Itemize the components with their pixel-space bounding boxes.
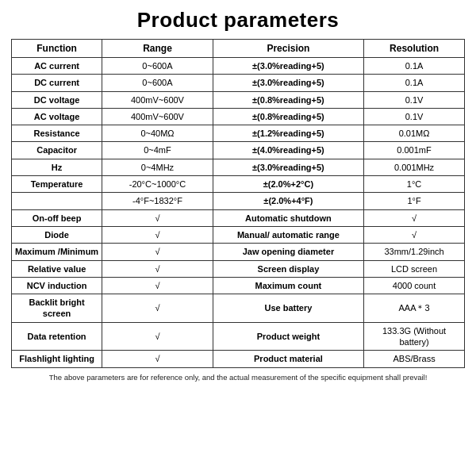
cell-range: √ (102, 351, 213, 367)
page-title: Product parameters (137, 8, 340, 33)
table-row: Flashlight lighting√Product materialABS/… (12, 351, 465, 367)
parameters-table: Function Range Precision Resolution AC c… (11, 39, 465, 368)
cell-function: On-off beep (12, 209, 102, 226)
cell-range: √ (102, 294, 213, 323)
cell-precision: ±(0.8%reading+5) (213, 108, 363, 125)
cell-range: √ (102, 260, 213, 277)
cell-precision: Automatic shutdown (213, 209, 363, 226)
cell-function: Relative value (12, 260, 102, 277)
table-row: Diode√Manual/ automatic range√ (12, 226, 465, 243)
cell-range: √ (102, 322, 213, 351)
cell-range: 0~4mF (102, 142, 213, 159)
table-row: On-off beep√Automatic shutdown√ (12, 209, 465, 226)
cell-resolution: 0.1A (364, 75, 465, 91)
cell-resolution: 4000 count (364, 277, 465, 294)
header-range: Range (102, 40, 213, 58)
cell-precision: Product weight (213, 322, 363, 351)
cell-precision: Product material (213, 351, 363, 367)
cell-function: DC voltage (12, 91, 102, 108)
table-row: DC voltage400mV~600V±(0.8%reading+5)0.1V (12, 91, 465, 108)
cell-precision: ±(1.2%reading+5) (213, 125, 363, 142)
cell-function: Diode (12, 226, 102, 243)
cell-resolution: AAA＊3 (364, 294, 465, 323)
table-row: AC current0~600A±(3.0%reading+5)0.1A (12, 58, 465, 75)
cell-precision: Use battery (213, 294, 363, 323)
cell-precision: ±(3.0%reading+5) (213, 58, 363, 75)
cell-function: Temperature (12, 176, 102, 193)
header-resolution: Resolution (364, 40, 465, 58)
cell-resolution: 1°F (364, 193, 465, 209)
table-row: Hz0~4MHz±(3.0%reading+5)0.001MHz (12, 159, 465, 175)
cell-range: -20°C~1000°C (102, 176, 213, 193)
cell-precision: Maximum count (213, 277, 363, 294)
cell-range: √ (102, 277, 213, 294)
cell-range: 0~4MHz (102, 159, 213, 175)
cell-function: NCV induction (12, 277, 102, 294)
cell-resolution: √ (364, 226, 465, 243)
header-precision: Precision (213, 40, 363, 58)
cell-range: 400mV~600V (102, 91, 213, 108)
header-function: Function (12, 40, 102, 58)
cell-precision: Manual/ automatic range (213, 226, 363, 243)
cell-resolution: 33mm/1.29inch (364, 244, 465, 260)
cell-function: Resistance (12, 125, 102, 142)
cell-function: AC current (12, 58, 102, 75)
table-row: AC voltage400mV~600V±(0.8%reading+5)0.1V (12, 108, 465, 125)
cell-function: Data retention (12, 322, 102, 351)
cell-function: Backlit bright screen (12, 294, 102, 323)
table-row: DC current0~600A±(3.0%reading+5)0.1A (12, 75, 465, 91)
cell-function: DC current (12, 75, 102, 91)
cell-resolution: 0.1A (364, 58, 465, 75)
cell-resolution: 0.001MHz (364, 159, 465, 175)
cell-function: Hz (12, 159, 102, 175)
cell-precision: ±(3.0%reading+5) (213, 75, 363, 91)
cell-range: 0~600A (102, 75, 213, 91)
cell-range: √ (102, 226, 213, 243)
cell-precision: ±(4.0%reading+5) (213, 142, 363, 159)
cell-resolution: 0.01MΩ (364, 125, 465, 142)
cell-range: -4°F~1832°F (102, 193, 213, 209)
cell-function: Flashlight lighting (12, 351, 102, 367)
cell-resolution: √ (364, 209, 465, 226)
cell-resolution: 0.1V (364, 108, 465, 125)
table-row: Relative value√Screen displayLCD screen (12, 260, 465, 277)
cell-range: √ (102, 209, 213, 226)
cell-precision: Jaw opening diameter (213, 244, 363, 260)
cell-function (12, 193, 102, 209)
cell-resolution: LCD screen (364, 260, 465, 277)
table-row: NCV induction√Maximum count4000 count (12, 277, 465, 294)
cell-precision: ±(0.8%reading+5) (213, 91, 363, 108)
table-row: Backlit bright screen√Use batteryAAA＊3 (12, 294, 465, 323)
cell-resolution: 0.1V (364, 91, 465, 108)
table-row: Capacitor0~4mF±(4.0%reading+5)0.001mF (12, 142, 465, 159)
cell-range: 400mV~600V (102, 108, 213, 125)
cell-range: 0~600A (102, 58, 213, 75)
footnote: The above parameters are for reference o… (49, 372, 428, 382)
table-row: Maximum /Minimum√Jaw opening diameter33m… (12, 244, 465, 260)
cell-precision: ±(3.0%reading+5) (213, 159, 363, 175)
cell-resolution: 133.3G (Without battery) (364, 322, 465, 351)
page: Product parameters Function Range Precis… (0, 0, 476, 476)
cell-precision: ±(2.0%+4°F) (213, 193, 363, 209)
cell-function: Capacitor (12, 142, 102, 159)
cell-resolution: ABS/Brass (364, 351, 465, 367)
cell-range: 0~40MΩ (102, 125, 213, 142)
cell-resolution: 1°C (364, 176, 465, 193)
cell-precision: ±(2.0%+2°C) (213, 176, 363, 193)
table-row: Resistance0~40MΩ±(1.2%reading+5)0.01MΩ (12, 125, 465, 142)
cell-resolution: 0.001mF (364, 142, 465, 159)
cell-function: Maximum /Minimum (12, 244, 102, 260)
table-row: -4°F~1832°F±(2.0%+4°F)1°F (12, 193, 465, 209)
cell-range: √ (102, 244, 213, 260)
cell-precision: Screen display (213, 260, 363, 277)
cell-function: AC voltage (12, 108, 102, 125)
table-row: Data retention√Product weight133.3G (Wit… (12, 322, 465, 351)
table-row: Temperature-20°C~1000°C±(2.0%+2°C)1°C (12, 176, 465, 193)
